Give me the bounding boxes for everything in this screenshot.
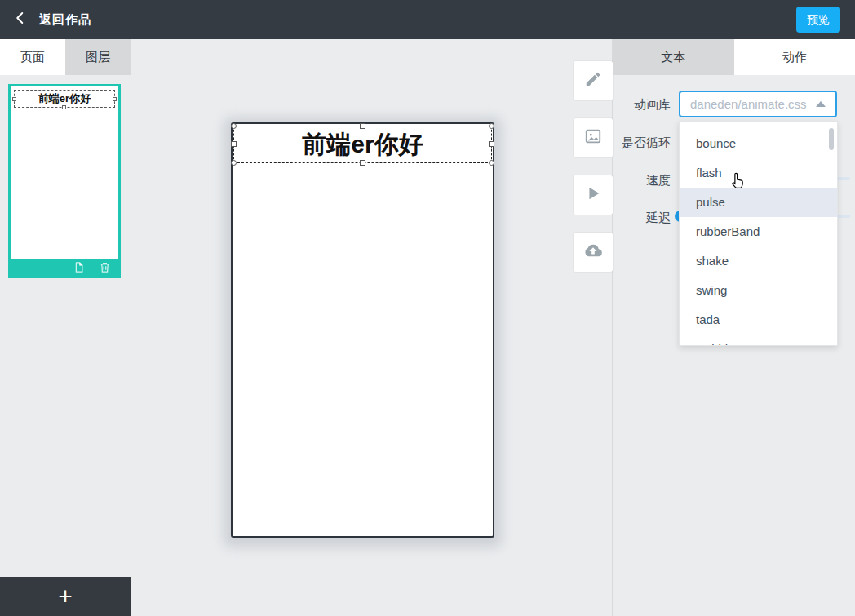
right-panel-tabs: 文本 动作	[613, 39, 855, 75]
tab-text[interactable]: 文本	[613, 39, 734, 75]
resize-handle-bottom-left[interactable]	[231, 160, 237, 166]
dropdown-option-shake[interactable]: shake	[680, 246, 837, 276]
tab-layers[interactable]: 图层	[65, 39, 131, 75]
mini-resize-handle	[12, 97, 16, 101]
page-thumbnail[interactable]: 前端er你好	[8, 84, 121, 278]
resize-handle-bottom-center[interactable]	[360, 160, 365, 166]
mini-resize-handle	[62, 105, 66, 109]
resize-handle-top-left[interactable]	[231, 123, 237, 129]
resize-handle-mid-right[interactable]	[489, 141, 494, 147]
resize-handle-top-center[interactable]	[360, 123, 365, 129]
tab-action[interactable]: 动作	[734, 39, 855, 75]
element-toolbar	[574, 61, 613, 290]
pencil-icon	[584, 70, 602, 91]
resize-handle-top-right[interactable]	[489, 123, 494, 129]
add-image-button[interactable]	[574, 118, 613, 157]
loop-label: 是否循环	[614, 135, 671, 151]
animation-dropdown: bounce flash pulse rubberBand shake swin…	[679, 121, 838, 346]
artboard[interactable]: 前端er你好	[231, 122, 494, 538]
animation-library-value: daneden/animate.css	[680, 97, 816, 111]
preview-button[interactable]: 预览	[796, 7, 840, 33]
chevron-left-icon	[13, 11, 28, 29]
page-thumbnail-actions	[8, 259, 121, 278]
dropdown-option-rubberband[interactable]: rubberBand	[680, 217, 837, 246]
dropdown-option-swing[interactable]: swing	[680, 276, 837, 305]
left-panel-divider	[131, 39, 131, 616]
play-button[interactable]	[574, 175, 613, 215]
topbar: 返回作品 预览	[0, 0, 855, 39]
delete-page-icon[interactable]	[99, 261, 111, 277]
animation-library-label: 动画库	[614, 97, 671, 113]
page-thumbnail-text-element: 前端er你好	[14, 90, 115, 108]
dropdown-option-wobble[interactable]: wobble	[680, 335, 837, 346]
animation-library-select[interactable]: daneden/animate.css	[679, 91, 837, 117]
left-panel-tabs: 页面 图层	[0, 39, 131, 75]
dropdown-option-tada[interactable]: tada	[680, 305, 837, 335]
dropdown-option-bounce[interactable]: bounce	[680, 129, 837, 158]
back-button[interactable]	[13, 11, 28, 29]
duplicate-page-icon[interactable]	[73, 261, 85, 277]
image-icon	[584, 127, 602, 148]
add-text-button[interactable]	[574, 61, 613, 100]
dropdown-scrollbar[interactable]	[829, 128, 834, 150]
text-element-content: 前端er你好	[302, 128, 423, 162]
resize-handle-mid-left[interactable]	[231, 141, 237, 147]
page-thumbnail-canvas: 前端er你好	[11, 86, 118, 259]
app-root: 返回作品 预览 页面 图层 前端er你好 +	[0, 0, 855, 616]
page-thumbnail-text: 前端er你好	[38, 91, 91, 106]
add-page-button[interactable]: +	[0, 577, 131, 616]
upload-button[interactable]	[574, 233, 613, 272]
speed-label: 速度	[614, 173, 671, 188]
dropdown-option-flash[interactable]: flash	[680, 158, 837, 188]
selected-text-element[interactable]: 前端er你好	[233, 126, 492, 163]
dropdown-option-pulse[interactable]: pulse	[680, 188, 837, 217]
back-to-works-label[interactable]: 返回作品	[39, 12, 91, 28]
plus-icon: +	[58, 584, 73, 609]
delay-label: 延迟	[614, 211, 671, 226]
mini-resize-handle	[113, 97, 117, 101]
caret-up-icon	[816, 101, 826, 107]
tab-pages[interactable]: 页面	[0, 39, 65, 75]
resize-handle-bottom-right[interactable]	[489, 160, 494, 166]
cloud-upload-icon	[584, 242, 602, 263]
play-icon	[584, 184, 602, 206]
